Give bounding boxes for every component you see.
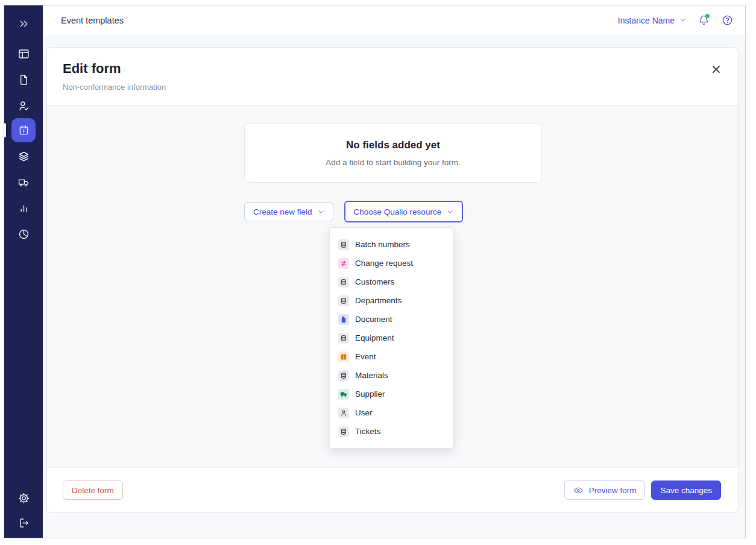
sidebar: [4, 5, 43, 538]
main-content: Edit form Non-conformance information No…: [43, 35, 745, 538]
dropdown-item-supplier[interactable]: Supplier: [330, 385, 453, 403]
edit-form-footer: Delete form Preview form Save changes: [47, 467, 738, 512]
page-title: Event templates: [61, 16, 124, 25]
edit-form-title: Edit form: [63, 61, 121, 77]
dropdown-item-departments[interactable]: Departments: [330, 291, 453, 310]
form-builder-area: No fields added yet Add a field to start…: [47, 106, 738, 467]
dropdown-item-change-request[interactable]: Change request: [330, 254, 453, 272]
choose-qualio-resource-label: Choose Qualio resource: [354, 207, 442, 216]
change-request-icon: [338, 258, 349, 269]
database-icon: [338, 239, 349, 250]
event-icon: [338, 351, 349, 362]
chevron-down-icon: [447, 209, 453, 215]
empty-state-title: No fields added yet: [346, 139, 440, 151]
add-field-buttons: Create new field Choose Qualio resource: [244, 201, 463, 222]
resource-dropdown-menu: Batch numbers Change request Customers D…: [329, 227, 454, 449]
database-icon: [338, 426, 349, 437]
delete-form-button[interactable]: Delete form: [63, 480, 123, 500]
database-icon: [338, 370, 349, 381]
instance-name-label: Instance Name: [618, 16, 675, 25]
user-icon: [338, 408, 349, 418]
dropdown-item-batch-numbers[interactable]: Batch numbers: [330, 235, 453, 254]
preview-form-button[interactable]: Preview form: [564, 480, 646, 500]
dashboard-icon[interactable]: [4, 42, 43, 66]
users-icon[interactable]: [4, 93, 43, 118]
app-window: Event templates Instance Name Edit form …: [4, 5, 746, 538]
empty-state-description: Add a field to start building your form.: [326, 158, 461, 167]
supplier-icon: [338, 389, 349, 400]
edit-form-panel: Edit form Non-conformance information No…: [46, 47, 739, 513]
settings-icon[interactable]: [4, 486, 43, 510]
notifications-bell-icon[interactable]: [698, 14, 710, 26]
help-icon[interactable]: [722, 14, 733, 26]
database-icon: [338, 277, 349, 288]
save-changes-button[interactable]: Save changes: [651, 480, 721, 500]
document-icon: [338, 314, 349, 325]
instance-name-dropdown[interactable]: Instance Name: [618, 16, 686, 25]
save-changes-label: Save changes: [660, 486, 712, 495]
edit-form-subtitle: Non-conformance information: [63, 83, 166, 92]
preview-form-label: Preview form: [589, 486, 637, 495]
create-new-field-label: Create new field: [253, 207, 312, 216]
edit-form-header: Edit form Non-conformance information: [47, 48, 738, 106]
documents-icon[interactable]: [4, 68, 43, 92]
database-icon: [338, 333, 349, 344]
dropdown-item-user[interactable]: User: [330, 403, 453, 422]
notification-dot: [705, 14, 710, 18]
chevron-down-icon: [318, 209, 324, 215]
expand-sidebar-icon[interactable]: [4, 11, 43, 36]
logout-icon[interactable]: [4, 511, 43, 535]
choose-qualio-resource-button[interactable]: Choose Qualio resource: [344, 201, 464, 222]
empty-state-card: No fields added yet Add a field to start…: [244, 124, 542, 183]
event-templates-icon[interactable]: [4, 118, 43, 142]
close-icon[interactable]: [709, 62, 723, 77]
dropdown-item-event[interactable]: Event: [330, 347, 453, 366]
dropdown-item-customers[interactable]: Customers: [330, 272, 453, 291]
chevron-down-icon: [679, 17, 686, 24]
dropdown-item-equipment[interactable]: Equipment: [330, 329, 453, 347]
create-new-field-button[interactable]: Create new field: [244, 202, 333, 221]
dropdown-item-materials[interactable]: Materials: [330, 366, 453, 385]
dropdown-item-document[interactable]: Document: [330, 310, 453, 329]
topbar: Event templates Instance Name: [43, 5, 745, 36]
dropdown-item-tickets[interactable]: Tickets: [330, 422, 453, 441]
layers-icon[interactable]: [4, 144, 43, 168]
eye-icon: [573, 485, 584, 496]
analytics-icon[interactable]: [4, 196, 43, 220]
delete-form-label: Delete form: [72, 486, 114, 495]
database-icon: [338, 295, 349, 306]
reports-icon[interactable]: [4, 222, 43, 246]
suppliers-icon[interactable]: [4, 170, 43, 194]
